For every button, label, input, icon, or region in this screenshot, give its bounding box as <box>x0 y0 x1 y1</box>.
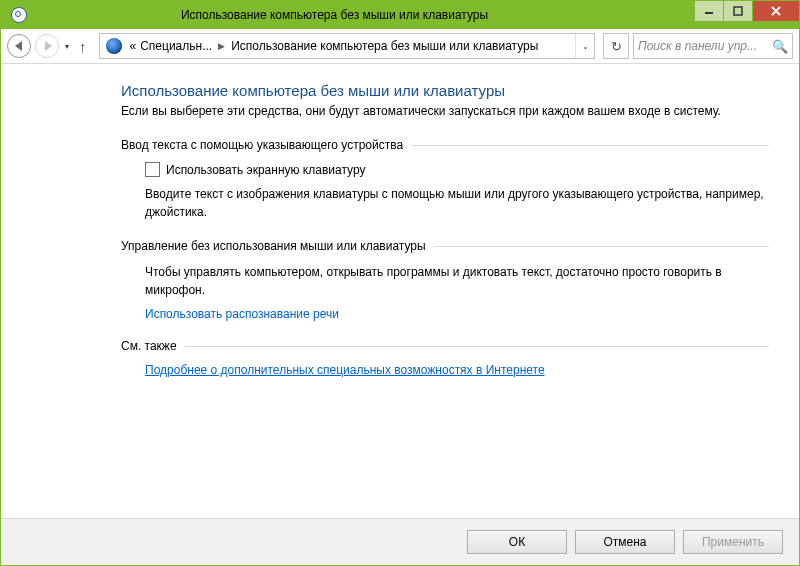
group-2-body: Чтобы управлять компьютером, открывать п… <box>121 263 769 321</box>
more-accessibility-link[interactable]: Подробнее о дополнительных специальных в… <box>145 363 545 377</box>
breadcrumb-bar[interactable]: « Специальн... ▶ Использование компьютер… <box>99 33 596 59</box>
divider <box>411 145 769 146</box>
svg-rect-1 <box>734 7 742 15</box>
maximize-button[interactable] <box>724 1 752 21</box>
nav-back-button[interactable] <box>7 34 31 58</box>
onscreen-keyboard-checkbox[interactable] <box>145 162 160 177</box>
search-placeholder: Поиск в панели упр... <box>638 39 772 53</box>
location-icon <box>106 38 122 54</box>
speech-recognition-link[interactable]: Использовать распознавание речи <box>145 307 339 321</box>
content-pane: Использование компьютера без мыши или кл… <box>1 64 799 518</box>
title-bar[interactable]: Использование компьютера без мыши или кл… <box>1 1 799 29</box>
search-input[interactable]: Поиск в панели упр... 🔍 <box>633 33 793 59</box>
divider <box>185 346 769 347</box>
app-icon <box>11 7 27 23</box>
navigation-bar: ▾ ↑ « Специальн... ▶ Использование компь… <box>1 29 799 64</box>
refresh-button[interactable]: ↻ <box>603 33 629 59</box>
breadcrumb-seg-2[interactable]: Использование компьютера без мыши или кл… <box>229 39 540 53</box>
nav-forward-button[interactable] <box>35 34 59 58</box>
search-icon[interactable]: 🔍 <box>772 39 788 54</box>
see-also-body: Подробнее о дополнительных специальных в… <box>121 363 769 377</box>
ok-button[interactable]: ОК <box>467 530 567 554</box>
group-1-heading: Ввод текста с помощью указывающего устро… <box>121 138 769 152</box>
close-button[interactable] <box>753 1 799 21</box>
breadcrumb-dropdown[interactable]: ⌄ <box>575 34 594 58</box>
apply-button: Применить <box>683 530 783 554</box>
page-description: Если вы выберете эти средства, они будут… <box>121 103 769 120</box>
minimize-button[interactable] <box>695 1 723 21</box>
nav-up-button[interactable]: ↑ <box>75 38 91 55</box>
group-1-label: Ввод текста с помощью указывающего устро… <box>121 138 403 152</box>
window-controls <box>694 1 799 21</box>
see-also-label: См. также <box>121 339 177 353</box>
cancel-button[interactable]: Отмена <box>575 530 675 554</box>
chevron-right-icon[interactable]: ▶ <box>214 41 229 51</box>
group-2-help: Чтобы управлять компьютером, открывать п… <box>145 263 769 299</box>
button-bar: ОК Отмена Применить <box>1 518 799 565</box>
onscreen-keyboard-checkbox-row[interactable]: Использовать экранную клавиатуру <box>145 162 769 177</box>
group-2-label: Управление без использования мыши или кл… <box>121 239 426 253</box>
group-1-help: Вводите текст с изображения клавиатуры с… <box>145 185 769 221</box>
window-title: Использование компьютера без мыши или кл… <box>35 8 694 22</box>
divider <box>434 246 769 247</box>
nav-history-dropdown[interactable]: ▾ <box>63 42 71 51</box>
see-also-heading: См. также <box>121 339 769 353</box>
page-title: Использование компьютера без мыши или кл… <box>121 82 769 99</box>
onscreen-keyboard-label: Использовать экранную клавиатуру <box>166 163 365 177</box>
breadcrumb-prefix: « <box>128 39 139 53</box>
main-window: Использование компьютера без мыши или кл… <box>0 0 800 566</box>
group-2-heading: Управление без использования мыши или кл… <box>121 239 769 253</box>
group-1-body: Использовать экранную клавиатуру Вводите… <box>121 162 769 221</box>
breadcrumb-seg-1[interactable]: Специальн... <box>138 39 214 53</box>
